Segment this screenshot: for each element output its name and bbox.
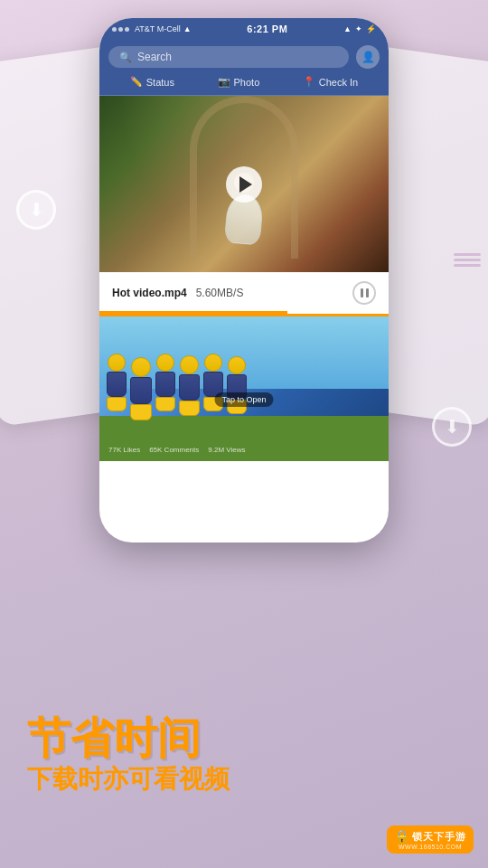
comments-count: 65K Comments — [149, 446, 199, 454]
side-line-3 — [454, 264, 481, 267]
battery-icon: ⚡ — [366, 24, 376, 33]
status-label: Status — [146, 77, 174, 88]
fb-search-bar: 🔍 Search 👤 — [99, 40, 389, 76]
download-icon-left: ⬇ — [16, 190, 56, 230]
download-icon-right: ⬇ — [432, 407, 472, 447]
side-lines — [454, 253, 481, 267]
badge-lock-icon: 🔒 — [394, 829, 409, 844]
bottom-text-section: 节省时间 下载时亦可看视频 — [0, 715, 488, 796]
status-right: ▲ ✦ ⚡ — [343, 24, 376, 33]
views-count: 9.2M Views — [208, 446, 245, 454]
fb-video-2[interactable]: Tap to Open 77K Likes 65K Comments 9.2M … — [99, 316, 389, 461]
location-icon: ▲ — [343, 24, 352, 33]
fb-action-checkin[interactable]: 📍 Check In — [303, 76, 358, 88]
photo-icon: 📷 — [218, 76, 230, 88]
pause-button[interactable] — [352, 281, 376, 305]
badge-title: 锁天下手游 — [412, 830, 466, 844]
side-line-2 — [454, 259, 481, 261]
photo-label: Photo — [234, 77, 260, 88]
status-bar: AT&T M-Cell ▲ 6:21 PM ▲ ✦ ⚡ — [99, 18, 389, 40]
fb-video-1[interactable] — [99, 96, 389, 272]
likes-count: 77K Likes — [108, 446, 140, 454]
carrier-name: AT&T M-Cell — [135, 24, 181, 33]
wifi-icon: ▲ — [183, 24, 192, 33]
status-left: AT&T M-Cell ▲ — [112, 24, 192, 33]
fb-user-icon[interactable]: 👤 — [356, 45, 380, 69]
fb-action-status[interactable]: ✏️ Status — [130, 76, 174, 88]
status-time: 6:21 PM — [247, 24, 287, 34]
play-button[interactable] — [226, 166, 262, 203]
badge-url: WWW.168510.COM — [399, 844, 462, 850]
brand-badge: 🔒 锁天下手游 WWW.168510.COM — [387, 826, 474, 854]
pause-bar-left — [361, 288, 363, 297]
file-name: Hot video.mp4 — [112, 287, 187, 299]
fb-action-bar: ✏️ Status 📷 Photo 📍 Check In — [99, 76, 389, 96]
play-triangle-icon — [239, 176, 252, 193]
minions-row — [107, 354, 247, 420]
side-line-1 — [454, 253, 481, 256]
checkin-label: Check In — [319, 77, 358, 88]
video-stats: 77K Likes 65K Comments 9.2M Views — [108, 446, 245, 454]
search-placeholder: Search — [137, 51, 172, 63]
minions-ground — [99, 416, 389, 461]
bluetooth-icon: ✦ — [355, 24, 362, 33]
file-speed: 5.60MB/S — [196, 287, 244, 299]
phone-mockup: AT&T M-Cell ▲ 6:21 PM ▲ ✦ ⚡ 🔍 Search 👤 ✏… — [99, 18, 389, 542]
status-icon: ✏️ — [130, 76, 143, 88]
checkin-icon: 📍 — [303, 76, 315, 88]
search-box[interactable]: 🔍 Search — [108, 46, 349, 68]
tap-to-open[interactable]: Tap to Open — [214, 392, 273, 407]
chinese-main-text: 节省时间 — [27, 715, 461, 763]
chinese-sub-text: 下载时亦可看视频 — [27, 763, 461, 796]
badge-top-row: 🔒 锁天下手游 — [394, 829, 466, 844]
download-bar: Hot video.mp4 5.60MB/S — [99, 272, 389, 316]
search-icon: 🔍 — [119, 52, 132, 63]
pause-bar-right — [366, 288, 369, 297]
fb-action-photo[interactable]: 📷 Photo — [218, 76, 260, 88]
